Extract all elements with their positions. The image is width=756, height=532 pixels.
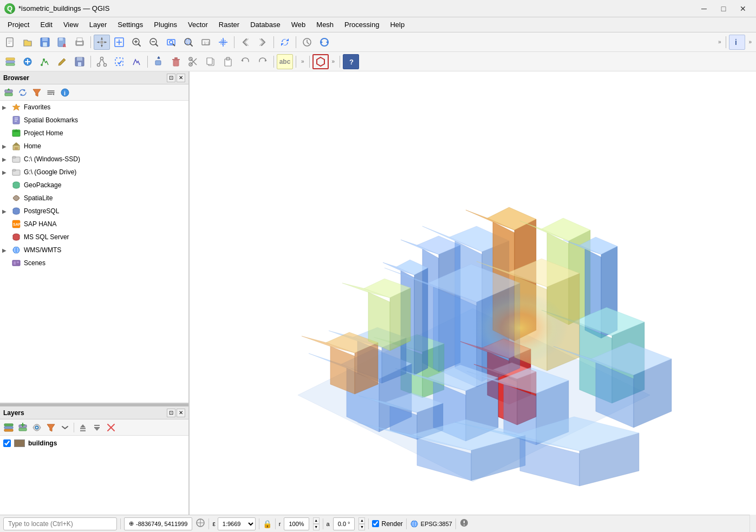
browser-item-bookmarks[interactable]: Spatial Bookmarks [0,114,188,127]
layers-dropdown-button[interactable] [58,422,71,434]
undo-button[interactable] [237,54,253,69]
browser-tree[interactable]: ▶ Favorites Spatial Bookmarks [0,101,188,403]
open-project-button[interactable] [19,35,36,50]
identify-help-button[interactable]: i [729,35,745,50]
menu-settings[interactable]: Settings [112,18,148,31]
layers-open-button[interactable] [2,422,15,434]
print-layout-button[interactable] [71,35,88,50]
save-edits-button[interactable] [71,54,88,69]
browser-item-wms[interactable]: ▶ WMS/WMTS [0,244,188,257]
render-checkbox[interactable] [372,520,379,527]
toolbar-more-edit-2[interactable]: » [330,57,337,65]
browser-filter-button[interactable] [30,87,43,98]
maximize-button[interactable]: □ [715,3,732,14]
browser-item-spatialite[interactable]: SpatiaLite [0,192,188,205]
layers-list[interactable]: buildings [0,436,188,515]
menu-help[interactable]: Help [384,18,410,31]
layers-remove-button[interactable] [105,422,118,434]
coordinates-crs-button[interactable] [195,518,205,530]
menu-vector[interactable]: Vector [183,18,213,31]
new-layer-button[interactable] [2,54,18,69]
time-controller-button[interactable] [299,35,315,50]
browser-item-project-home[interactable]: Project Home [0,127,188,140]
browser-item-g-drive[interactable]: ▶ G:\ (Google Drive) [0,166,188,179]
rotation-down[interactable]: ▼ [359,524,365,530]
lock-icon[interactable]: 🔒 [263,520,272,528]
zoom-up[interactable]: ▲ [313,517,320,524]
browser-panel-float[interactable]: ⊡ [167,74,175,82]
help-button[interactable]: ? [343,54,359,69]
toolbar-more-2[interactable]: » [746,38,754,46]
zoom-full-button[interactable] [111,35,127,50]
zoom-selection-button[interactable] [180,35,197,50]
menu-view[interactable]: View [58,18,84,31]
save-project-button[interactable] [37,35,53,50]
layers-move-up-button[interactable] [76,422,89,434]
delete-feature-button[interactable] [168,54,184,69]
rotation-up[interactable]: ▲ [359,517,365,524]
cut-features-button[interactable] [185,54,201,69]
menu-processing[interactable]: Processing [339,18,384,31]
messages-button[interactable] [459,518,469,530]
select-features-button[interactable] [111,54,127,69]
browser-item-sap-hana[interactable]: SAP SAP HANA [0,218,188,231]
layers-add-button[interactable] [16,422,29,434]
menu-web[interactable]: Web [286,18,311,31]
status-epsg[interactable]: EPSG:3857 [410,520,452,528]
toolbar-more-edit[interactable]: » [299,57,307,65]
browser-panel-close[interactable]: ✕ [177,74,185,82]
label-button[interactable]: abc [277,54,293,69]
zoom-layer-button[interactable] [163,35,179,50]
browser-item-postgresql[interactable]: ▶ PostgreSQL [0,205,188,218]
zoom-native-button[interactable]: 1:1 [198,35,214,50]
browser-item-c-drive[interactable]: ▶ C:\ (Windows-SSD) [0,153,188,166]
map-canvas[interactable] [190,71,756,515]
status-render-toggle[interactable]: Render [372,520,402,528]
pan-map-button[interactable] [94,35,110,50]
open-layer-button[interactable] [19,54,36,69]
layers-move-down-button[interactable] [90,422,103,434]
browser-info-button[interactable]: i [58,87,71,98]
copy-features-button[interactable] [203,54,219,69]
menu-layer[interactable]: Layer [84,18,113,31]
next-extent-button[interactable] [255,35,271,50]
menu-plugins[interactable]: Plugins [148,18,183,31]
zoom-out-button[interactable] [146,35,162,50]
browser-add-button[interactable] [2,87,15,98]
reload-button[interactable] [316,35,333,50]
menu-edit[interactable]: Edit [35,18,57,31]
browser-item-favorites[interactable]: ▶ Favorites [0,101,188,114]
close-button[interactable]: ✕ [734,3,752,14]
rotation-spinbox[interactable]: ▲ ▼ [359,517,365,530]
menu-raster[interactable]: Raster [213,18,245,31]
scale-select[interactable]: 1:9669 1:5000 1:10000 1:25000 1:50000 [218,517,256,530]
browser-item-geopackage[interactable]: GeoPackage [0,179,188,192]
browser-collapse-button[interactable] [44,87,57,98]
menu-mesh[interactable]: Mesh [311,18,339,31]
redo-button[interactable] [255,54,271,69]
menu-database[interactable]: Database [245,18,286,31]
zoom-down[interactable]: ▼ [313,524,320,530]
browser-refresh-button[interactable] [16,87,29,98]
menu-project[interactable]: Project [2,18,35,31]
paste-features-button[interactable] [220,54,236,69]
browser-item-home[interactable]: ▶ Home [0,140,188,153]
layers-filter-button[interactable] [44,422,57,434]
zoom-in-button[interactable] [128,35,145,50]
browser-item-scenes[interactable]: Scenes [0,257,188,270]
pan-selection-button[interactable] [215,35,231,50]
add-vertex-button[interactable] [94,54,110,69]
refresh-button[interactable] [277,35,293,50]
layers-panel-close[interactable]: ✕ [177,409,185,417]
digitizing-shape-button[interactable] [312,54,329,69]
layers-panel-float[interactable]: ⊡ [167,409,175,417]
layers-visibility-button[interactable] [30,422,43,434]
select-tool-dropdown[interactable] [128,54,145,69]
layer-buildings-checkbox[interactable] [3,439,11,447]
layer-item-buildings[interactable]: buildings [0,436,188,451]
search-input[interactable] [3,517,117,530]
move-feature-button[interactable] [151,54,167,69]
zoom-spinbox[interactable]: ▲ ▼ [313,517,320,530]
browser-item-mssql[interactable]: MS SQL Server [0,231,188,244]
save-as-button[interactable]: a [54,35,70,50]
